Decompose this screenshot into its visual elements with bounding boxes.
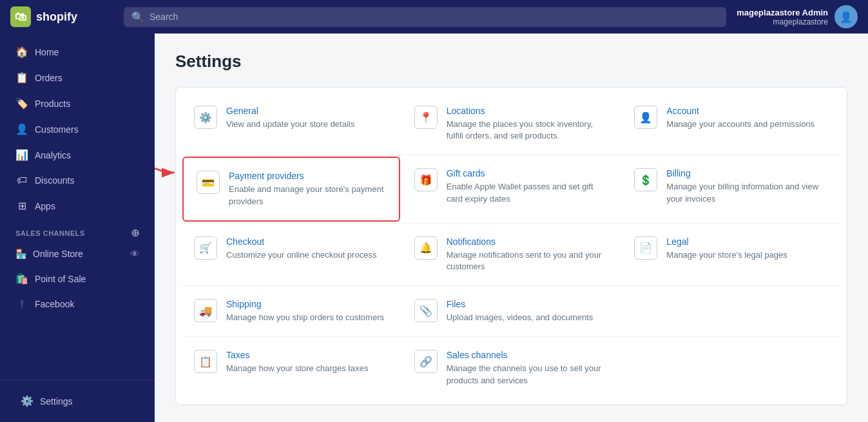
payment-providers-title: Payment providers [229, 171, 386, 181]
sidebar-item-label: Discounts [35, 175, 74, 186]
account-icon: 👤 [634, 106, 657, 129]
shipping-text: Shipping Manage how you ship orders to c… [226, 299, 389, 323]
discounts-icon: 🏷 [15, 175, 28, 186]
settings-item-general[interactable]: ⚙️ General View and update your store de… [181, 93, 401, 155]
sidebar-item-discounts[interactable]: 🏷 Discounts [5, 168, 149, 193]
sidebar: 🏠 Home 📋 Orders 🏷️ Products 👤 Customers … [0, 34, 155, 422]
sidebar-item-label: Home [35, 47, 59, 57]
sales-channels-title: Sales channels [447, 350, 609, 360]
settings-row-2: 🛒 Checkout Customize your online checkou… [181, 224, 842, 286]
add-sales-channel-button[interactable]: ⊕ [131, 227, 140, 239]
legal-icon: 📄 [634, 236, 657, 260]
settings-item-empty1 [621, 286, 842, 336]
sidebar-item-facebook[interactable]: f Facebook [5, 292, 149, 316]
sidebar-item-settings[interactable]: ⚙️ Settings [10, 388, 144, 414]
notifications-text: Notifications Manage notifications sent … [447, 236, 609, 273]
eye-icon[interactable]: 👁 [130, 249, 139, 259]
settings-item-locations[interactable]: 📍 Locations Manage the places you stock … [401, 93, 622, 155]
settings-item-files[interactable]: 📎 Files Upload images, videos, and docum… [401, 286, 622, 336]
shopify-logo-icon: 🛍 [10, 6, 31, 27]
orders-icon: 📋 [15, 72, 28, 84]
account-title: Account [666, 106, 829, 116]
main-layout: 🏠 Home 📋 Orders 🏷️ Products 👤 Customers … [0, 34, 868, 422]
taxes-text: Taxes Manage how your store charges taxe… [226, 350, 389, 374]
locations-desc: Manage the places you stock inventory, f… [447, 119, 609, 142]
sidebar-item-orders[interactable]: 📋 Orders [5, 65, 149, 90]
customers-icon: 👤 [15, 123, 28, 135]
sidebar-item-label: Point of Sale [35, 274, 86, 284]
settings-item-taxes[interactable]: 📋 Taxes Manage how your store charges ta… [181, 337, 401, 399]
sidebar-item-label: Online Store [33, 249, 83, 259]
sidebar-item-point-of-sale[interactable]: 🛍️ Point of Sale [5, 266, 149, 291]
sales-channels-text: Sales channels Manage the channels you u… [447, 350, 609, 386]
settings-item-gift-cards[interactable]: 🎁 Gift cards Enable Apple Wallet passes … [401, 155, 622, 222]
legal-text: Legal Manage your store's legal pages [666, 236, 829, 261]
locations-title: Locations [447, 106, 609, 116]
sidebar-item-label: Analytics [35, 150, 71, 160]
billing-desc: Manage your billing information and view… [666, 181, 829, 204]
settings-item-sales-channels[interactable]: 🔗 Sales channels Manage the channels you… [401, 337, 622, 399]
sidebar-item-label: Orders [35, 73, 63, 83]
payment-providers-desc: Enable and manage your store's payment p… [229, 184, 386, 207]
legal-title: Legal [666, 236, 829, 247]
sidebar-item-products[interactable]: 🏷️ Products [5, 91, 149, 116]
logo[interactable]: 🛍 shopify [10, 6, 113, 27]
settings-row-1: 💳 Payment providers Enable and manage yo… [181, 155, 842, 223]
top-navigation: 🛍 shopify 🔍 mageplazastore Admin magepla… [0, 0, 868, 34]
sidebar-item-apps[interactable]: ⊞ Apps [5, 193, 149, 218]
avatar[interactable]: 👤 [834, 5, 858, 28]
sidebar-item-customers[interactable]: 👤 Customers [5, 117, 149, 142]
sidebar-item-home[interactable]: 🏠 Home [5, 39, 149, 64]
user-area: mageplazastore Admin mageplazastore 👤 [737, 5, 858, 28]
sidebar-item-label: Products [35, 99, 70, 109]
facebook-icon: f [15, 298, 28, 309]
payment-providers-text: Payment providers Enable and manage your… [229, 171, 386, 207]
notifications-desc: Manage notifications sent to you and you… [447, 249, 609, 273]
settings-item-account[interactable]: 👤 Account Manage your accounts and permi… [621, 93, 842, 155]
taxes-desc: Manage how your store charges taxes [226, 363, 389, 374]
point-of-sale-icon: 🛍️ [15, 273, 28, 285]
shipping-icon: 🚚 [194, 299, 217, 322]
settings-item-legal[interactable]: 📄 Legal Manage your store's legal pages [621, 224, 842, 285]
files-icon: 📎 [414, 299, 438, 322]
notifications-title: Notifications [447, 236, 609, 247]
settings-item-notifications[interactable]: 🔔 Notifications Manage notifications sen… [401, 224, 622, 285]
settings-row-4: 📋 Taxes Manage how your store charges ta… [181, 337, 842, 399]
settings-item-billing[interactable]: 💲 Billing Manage your billing informatio… [621, 155, 842, 222]
user-name: mageplazastore Admin [737, 8, 828, 17]
settings-card: ⚙️ General View and update your store de… [175, 87, 847, 405]
billing-text: Billing Manage your billing information … [666, 168, 829, 204]
shipping-desc: Manage how you ship orders to customers [226, 312, 389, 323]
settings-item-checkout[interactable]: 🛒 Checkout Customize your online checkou… [181, 224, 401, 285]
taxes-title: Taxes [226, 350, 389, 360]
payment-providers-icon: 💳 [197, 171, 220, 194]
search-bar[interactable]: 🔍 [124, 7, 726, 27]
sidebar-nav: 🏠 Home 📋 Orders 🏷️ Products 👤 Customers … [0, 34, 155, 379]
settings-item-payment-providers[interactable]: 💳 Payment providers Enable and manage yo… [182, 157, 400, 221]
logo-text: shopify [36, 10, 77, 24]
settings-item-shipping[interactable]: 🚚 Shipping Manage how you ship orders to… [181, 286, 401, 336]
sidebar-item-online-store[interactable]: 🏪 Online Store 👁 [5, 242, 149, 265]
locations-text: Locations Manage the places you stock in… [447, 106, 609, 142]
apps-icon: ⊞ [15, 200, 28, 212]
sidebar-item-label: Apps [35, 201, 55, 211]
files-desc: Upload images, videos, and documents [447, 312, 609, 323]
general-icon: ⚙️ [194, 106, 217, 129]
shipping-title: Shipping [226, 299, 389, 309]
files-text: Files Upload images, videos, and documen… [447, 299, 609, 323]
sales-channels-label: SALES CHANNELS ⊕ [0, 219, 155, 242]
search-input[interactable] [149, 12, 719, 22]
sales-channels-icon: 🔗 [414, 350, 438, 373]
sidebar-footer: ⚙️ Settings [0, 379, 155, 422]
online-store-icon: 🏪 [15, 249, 26, 259]
notifications-icon: 🔔 [414, 236, 438, 260]
analytics-icon: 📊 [15, 149, 28, 161]
main-content: Settings ⚙️ General View and update your… [155, 34, 868, 422]
sidebar-item-analytics[interactable]: 📊 Analytics [5, 142, 149, 168]
general-title: General [226, 106, 389, 116]
settings-item-empty2 [621, 337, 842, 399]
billing-title: Billing [666, 168, 829, 178]
checkout-title: Checkout [226, 236, 389, 247]
checkout-desc: Customize your online checkout process [226, 249, 389, 261]
files-title: Files [447, 299, 609, 309]
